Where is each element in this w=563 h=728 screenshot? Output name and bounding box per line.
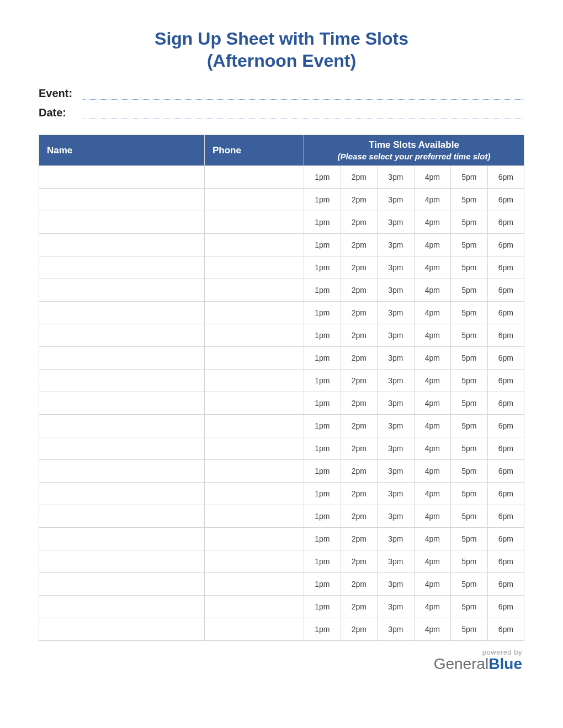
phone-cell[interactable]: [205, 189, 304, 211]
timeslot-cell[interactable]: 6pm: [487, 460, 524, 483]
phone-cell[interactable]: [205, 596, 304, 618]
timeslot-cell[interactable]: 1pm: [304, 573, 341, 596]
timeslot-cell[interactable]: 2pm: [341, 392, 378, 415]
name-cell[interactable]: [39, 166, 205, 189]
timeslot-cell[interactable]: 2pm: [341, 573, 378, 596]
timeslot-cell[interactable]: 5pm: [451, 437, 488, 460]
timeslot-cell[interactable]: 5pm: [451, 505, 488, 528]
phone-cell[interactable]: [205, 324, 304, 347]
name-cell[interactable]: [39, 505, 205, 528]
timeslot-cell[interactable]: 2pm: [341, 256, 378, 279]
phone-cell[interactable]: [205, 166, 304, 189]
timeslot-cell[interactable]: 5pm: [451, 550, 488, 573]
phone-cell[interactable]: [205, 256, 304, 279]
timeslot-cell[interactable]: 1pm: [304, 166, 341, 189]
name-cell[interactable]: [39, 211, 205, 234]
timeslot-cell[interactable]: 4pm: [414, 483, 451, 505]
timeslot-cell[interactable]: 5pm: [451, 256, 488, 279]
timeslot-cell[interactable]: 2pm: [341, 302, 378, 324]
timeslot-cell[interactable]: 1pm: [304, 550, 341, 573]
name-cell[interactable]: [39, 573, 205, 596]
timeslot-cell[interactable]: 2pm: [341, 618, 378, 641]
timeslot-cell[interactable]: 6pm: [487, 392, 524, 415]
timeslot-cell[interactable]: 1pm: [304, 505, 341, 528]
timeslot-cell[interactable]: 3pm: [378, 189, 415, 211]
timeslot-cell[interactable]: 2pm: [341, 234, 378, 256]
timeslot-cell[interactable]: 1pm: [304, 437, 341, 460]
timeslot-cell[interactable]: 5pm: [451, 189, 488, 211]
timeslot-cell[interactable]: 2pm: [341, 324, 378, 347]
timeslot-cell[interactable]: 3pm: [378, 234, 415, 256]
timeslot-cell[interactable]: 1pm: [304, 256, 341, 279]
timeslot-cell[interactable]: 3pm: [378, 166, 415, 189]
phone-cell[interactable]: [205, 550, 304, 573]
timeslot-cell[interactable]: 5pm: [451, 573, 488, 596]
timeslot-cell[interactable]: 5pm: [451, 279, 488, 302]
name-cell[interactable]: [39, 234, 205, 256]
timeslot-cell[interactable]: 1pm: [304, 618, 341, 641]
timeslot-cell[interactable]: 6pm: [487, 528, 524, 550]
name-cell[interactable]: [39, 347, 205, 370]
timeslot-cell[interactable]: 2pm: [341, 528, 378, 550]
name-cell[interactable]: [39, 483, 205, 505]
name-cell[interactable]: [39, 279, 205, 302]
timeslot-cell[interactable]: 4pm: [414, 596, 451, 618]
timeslot-cell[interactable]: 5pm: [451, 302, 488, 324]
timeslot-cell[interactable]: 6pm: [487, 279, 524, 302]
timeslot-cell[interactable]: 2pm: [341, 166, 378, 189]
timeslot-cell[interactable]: 1pm: [304, 302, 341, 324]
timeslot-cell[interactable]: 3pm: [378, 573, 415, 596]
timeslot-cell[interactable]: 5pm: [451, 415, 488, 437]
phone-cell[interactable]: [205, 302, 304, 324]
timeslot-cell[interactable]: 3pm: [378, 437, 415, 460]
timeslot-cell[interactable]: 4pm: [414, 392, 451, 415]
timeslot-cell[interactable]: 5pm: [451, 166, 488, 189]
timeslot-cell[interactable]: 6pm: [487, 370, 524, 392]
timeslot-cell[interactable]: 2pm: [341, 460, 378, 483]
timeslot-cell[interactable]: 4pm: [414, 324, 451, 347]
timeslot-cell[interactable]: 5pm: [451, 347, 488, 370]
name-cell[interactable]: [39, 460, 205, 483]
timeslot-cell[interactable]: 6pm: [487, 166, 524, 189]
event-input-line[interactable]: [83, 89, 524, 100]
timeslot-cell[interactable]: 6pm: [487, 415, 524, 437]
timeslot-cell[interactable]: 4pm: [414, 415, 451, 437]
timeslot-cell[interactable]: 3pm: [378, 460, 415, 483]
name-cell[interactable]: [39, 437, 205, 460]
timeslot-cell[interactable]: 3pm: [378, 505, 415, 528]
timeslot-cell[interactable]: 1pm: [304, 483, 341, 505]
phone-cell[interactable]: [205, 437, 304, 460]
phone-cell[interactable]: [205, 279, 304, 302]
timeslot-cell[interactable]: 3pm: [378, 415, 415, 437]
timeslot-cell[interactable]: 4pm: [414, 550, 451, 573]
name-cell[interactable]: [39, 370, 205, 392]
timeslot-cell[interactable]: 4pm: [414, 573, 451, 596]
timeslot-cell[interactable]: 3pm: [378, 256, 415, 279]
timeslot-cell[interactable]: 3pm: [378, 618, 415, 641]
timeslot-cell[interactable]: 4pm: [414, 437, 451, 460]
timeslot-cell[interactable]: 3pm: [378, 550, 415, 573]
timeslot-cell[interactable]: 3pm: [378, 370, 415, 392]
timeslot-cell[interactable]: 3pm: [378, 324, 415, 347]
timeslot-cell[interactable]: 5pm: [451, 460, 488, 483]
timeslot-cell[interactable]: 1pm: [304, 415, 341, 437]
timeslot-cell[interactable]: 2pm: [341, 279, 378, 302]
timeslot-cell[interactable]: 4pm: [414, 618, 451, 641]
timeslot-cell[interactable]: 2pm: [341, 347, 378, 370]
timeslot-cell[interactable]: 6pm: [487, 483, 524, 505]
timeslot-cell[interactable]: 1pm: [304, 528, 341, 550]
timeslot-cell[interactable]: 2pm: [341, 483, 378, 505]
phone-cell[interactable]: [205, 618, 304, 641]
timeslot-cell[interactable]: 3pm: [378, 302, 415, 324]
phone-cell[interactable]: [205, 211, 304, 234]
timeslot-cell[interactable]: 5pm: [451, 234, 488, 256]
timeslot-cell[interactable]: 5pm: [451, 618, 488, 641]
timeslot-cell[interactable]: 6pm: [487, 211, 524, 234]
timeslot-cell[interactable]: 5pm: [451, 370, 488, 392]
timeslot-cell[interactable]: 4pm: [414, 460, 451, 483]
name-cell[interactable]: [39, 596, 205, 618]
timeslot-cell[interactable]: 3pm: [378, 347, 415, 370]
timeslot-cell[interactable]: 2pm: [341, 596, 378, 618]
timeslot-cell[interactable]: 1pm: [304, 347, 341, 370]
phone-cell[interactable]: [205, 347, 304, 370]
